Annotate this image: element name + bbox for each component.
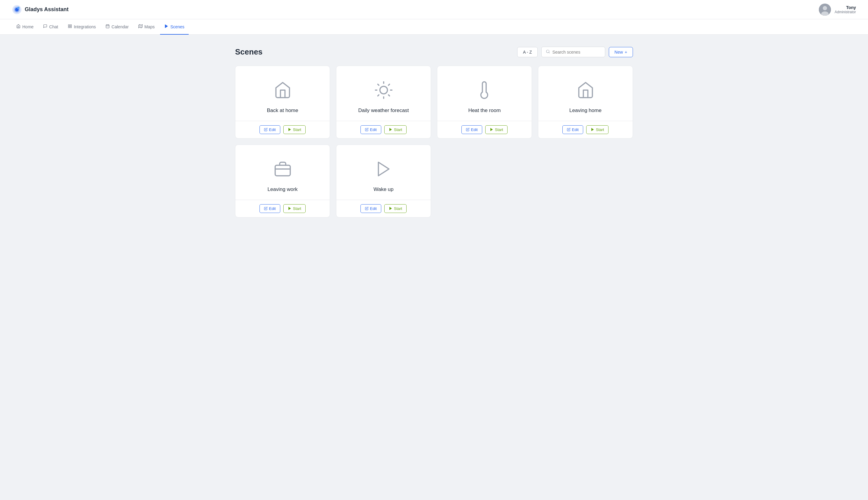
- edit-icon: [264, 128, 268, 132]
- edit-button-leaving-work[interactable]: Edit: [259, 204, 280, 213]
- chat-icon: [43, 24, 47, 29]
- svg-line-29: [378, 95, 379, 96]
- plus-icon: +: [625, 50, 627, 55]
- scenes-header: Scenes A - Z New +: [235, 47, 633, 57]
- start-play-icon: [591, 128, 594, 132]
- edit-button-wake-up[interactable]: Edit: [360, 204, 381, 213]
- edit-label: Edit: [572, 127, 579, 132]
- edit-label: Edit: [471, 127, 478, 132]
- svg-marker-15: [138, 24, 143, 28]
- scene-name: Wake up: [374, 186, 393, 192]
- svg-marker-18: [165, 25, 168, 28]
- scene-card-body: Leaving home: [538, 66, 633, 121]
- start-play-icon: [288, 207, 291, 211]
- scene-name: Heat the room: [468, 107, 501, 114]
- new-button[interactable]: New +: [609, 47, 633, 57]
- scene-card-body: Leaving work: [235, 145, 330, 200]
- scene-card-daily-weather[interactable]: Daily weather forecast Edit Start: [336, 66, 431, 138]
- nav-label-calendar: Calendar: [112, 24, 129, 29]
- main-nav: Home Chat Integrations Calendar: [0, 19, 868, 35]
- nav-item-integrations[interactable]: Integrations: [64, 19, 100, 35]
- search-icon: [546, 49, 550, 55]
- start-label: Start: [293, 206, 301, 211]
- search-box: [541, 47, 605, 57]
- scene-icon-thermometer: [472, 78, 497, 102]
- svg-rect-34: [275, 166, 290, 176]
- svg-rect-10: [70, 26, 71, 28]
- start-play-icon: [490, 128, 493, 132]
- scene-card-wake-up[interactable]: Wake up Edit Start: [336, 145, 431, 217]
- svg-rect-11: [106, 25, 109, 28]
- edit-label: Edit: [269, 206, 276, 211]
- start-label: Start: [596, 127, 604, 132]
- user-info: Tony Administrator: [835, 5, 856, 14]
- scene-name: Daily weather forecast: [358, 107, 409, 114]
- nav-label-scenes: Scenes: [170, 24, 185, 29]
- new-button-label: New: [614, 50, 623, 55]
- svg-marker-38: [389, 207, 391, 209]
- nav-item-home[interactable]: Home: [12, 19, 38, 35]
- scenes-title: Scenes: [235, 47, 263, 57]
- nav-item-scenes[interactable]: Scenes: [160, 19, 189, 35]
- scene-card-leaving-home[interactable]: Leaving home Edit Start: [538, 66, 633, 138]
- edit-button-leaving-home[interactable]: Edit: [563, 125, 583, 134]
- svg-line-26: [388, 95, 389, 96]
- scene-card-footer: Edit Start: [538, 121, 633, 138]
- nav-label-home: Home: [22, 24, 33, 29]
- nav-item-calendar[interactable]: Calendar: [101, 19, 133, 35]
- edit-button-daily-weather[interactable]: Edit: [360, 125, 381, 134]
- scene-grid: Back at home Edit Start: [235, 66, 633, 217]
- svg-marker-21: [288, 128, 291, 131]
- nav-item-maps[interactable]: Maps: [134, 19, 159, 35]
- home-icon: [16, 24, 21, 29]
- user-role: Administrator: [835, 10, 856, 14]
- edit-button-back-at-home[interactable]: Edit: [259, 125, 280, 134]
- start-label: Start: [495, 127, 503, 132]
- scene-icon-sun: [371, 78, 396, 102]
- app-title: Gladys Assistant: [25, 6, 68, 13]
- nav-label-maps: Maps: [144, 24, 155, 29]
- svg-rect-7: [68, 25, 70, 26]
- scene-name: Leaving home: [569, 107, 602, 114]
- user-name: Tony: [835, 5, 856, 10]
- edit-icon: [567, 128, 570, 132]
- start-button-back-at-home[interactable]: Start: [283, 125, 305, 134]
- scene-card-back-at-home[interactable]: Back at home Edit Start: [235, 66, 330, 138]
- start-button-leaving-work[interactable]: Start: [283, 204, 305, 213]
- start-button-wake-up[interactable]: Start: [384, 204, 407, 213]
- edit-label: Edit: [269, 127, 276, 132]
- user-profile[interactable]: Tony Administrator: [819, 4, 856, 16]
- search-input[interactable]: [553, 50, 601, 55]
- start-label: Start: [293, 127, 301, 132]
- scene-card-footer: Edit Start: [235, 200, 330, 217]
- scene-card-heat-room[interactable]: Heat the room Edit Start: [437, 66, 532, 138]
- scene-card-footer: Edit Start: [336, 200, 431, 217]
- svg-point-5: [823, 6, 827, 10]
- svg-marker-37: [378, 162, 389, 176]
- start-play-icon: [288, 128, 291, 132]
- edit-button-heat-room[interactable]: Edit: [461, 125, 482, 134]
- sort-button[interactable]: A - Z: [517, 47, 538, 57]
- start-button-heat-room[interactable]: Start: [485, 125, 508, 134]
- scene-icon-briefcase: [271, 157, 295, 181]
- svg-point-22: [380, 87, 387, 94]
- start-button-leaving-home[interactable]: Start: [586, 125, 609, 134]
- svg-marker-31: [389, 128, 391, 131]
- scene-name: Leaving work: [267, 186, 298, 192]
- play-icon: [164, 24, 168, 29]
- scenes-controls: A - Z New +: [517, 47, 633, 57]
- start-button-daily-weather[interactable]: Start: [384, 125, 407, 134]
- svg-line-20: [549, 53, 550, 53]
- edit-icon: [365, 128, 369, 132]
- scene-icon-home: [271, 78, 295, 102]
- svg-line-25: [378, 84, 379, 86]
- scene-card-footer: Edit Start: [235, 121, 330, 138]
- avatar: [819, 4, 831, 16]
- start-label: Start: [394, 127, 402, 132]
- scene-card-body: Back at home: [235, 66, 330, 121]
- edit-label: Edit: [370, 206, 377, 211]
- start-play-icon: [389, 128, 392, 132]
- scene-card-leaving-work[interactable]: Leaving work Edit Start: [235, 145, 330, 217]
- nav-item-chat[interactable]: Chat: [39, 19, 63, 35]
- scene-name: Back at home: [267, 107, 298, 114]
